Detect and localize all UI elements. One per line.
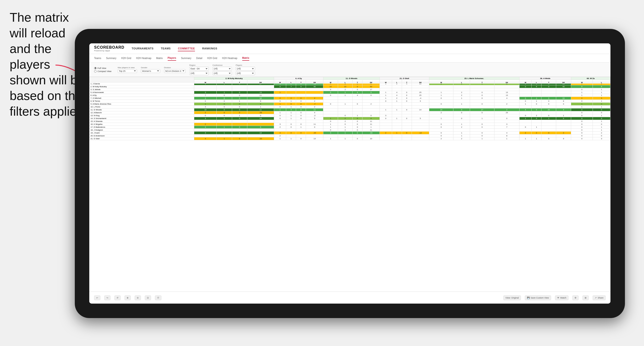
table-row: 11. G Woods 100011 14011 11014 140172 40… [90, 108, 610, 111]
player-nomrowski: 5. A Nomrowski [90, 91, 194, 94]
full-view-label[interactable]: Full View [94, 67, 112, 69]
region-select2[interactable]: (All) [190, 71, 209, 75]
subnav-matrix[interactable]: Matrix [156, 56, 163, 60]
nav-teams[interactable]: TEAMS [161, 46, 170, 51]
webb-w: W [520, 81, 532, 84]
view-original-button[interactable]: View: Original [503, 295, 521, 300]
save-custom-button[interactable]: 💾 Save Custom View [525, 295, 551, 300]
subnav-h2h-grid[interactable]: H2H Grid [121, 56, 131, 60]
zoom-out-icon: ⊖ [137, 297, 139, 299]
nav-committee[interactable]: COMMITTEE [178, 46, 195, 51]
woods-l: L [338, 81, 352, 84]
players-label: Players [236, 64, 255, 66]
save-icon: 💾 [527, 297, 530, 299]
stoll-dif: Dif [412, 81, 429, 84]
subnav-detail[interactable]: Detail [196, 56, 202, 60]
schumac-t: T [470, 81, 494, 84]
watch-label: Watch [560, 297, 566, 299]
division-label: Division [164, 66, 186, 69]
tablet-screen: SCOREBOARD Powered by clippd TOURNAMENTS… [89, 43, 610, 304]
region-label: Region [190, 64, 209, 66]
player-andersson: 20. E Andersson [90, 135, 194, 137]
share-button[interactable]: ↗ Share [592, 295, 606, 300]
reset-icon: ↺ [116, 297, 118, 299]
player-ballesteros: 17. D Ballesteros [90, 126, 194, 129]
woods-dif: Dif [362, 81, 380, 84]
player-klug: 13. N Klug [90, 114, 194, 117]
fit-button[interactable]: ⊡ [145, 295, 151, 300]
table-row: 20. E Andersson 2 0108 00 [90, 135, 610, 137]
webb-l: L [532, 81, 542, 84]
stoll-w: W [380, 81, 392, 84]
timer-button[interactable]: ⏱ [155, 295, 162, 300]
redo-button[interactable]: ↪ [104, 295, 110, 300]
view-original-label: View: Original [506, 297, 519, 299]
full-view-radio[interactable] [94, 67, 96, 69]
table-row: 8. M Torres 0018 0102 0103 0108 01 [90, 100, 610, 103]
table-row: 9. A Maria Jimenez Rios 1006 100-7 0102 … [90, 103, 610, 106]
za-l: L [592, 81, 610, 84]
timer-icon: ⏱ [157, 297, 159, 299]
gender-select[interactable]: Women's [141, 69, 160, 73]
gender-filter: Gender Women's [141, 66, 160, 73]
undo-icon: ↩ [96, 297, 98, 299]
table-row: 12. A Bianchi 200-58 1104 20025 00 [90, 111, 610, 114]
compact-view-radio[interactable] [94, 70, 96, 73]
col-21-stoll: 21. O Stoll [380, 77, 429, 80]
zoom-in-button[interactable]: ⊕ [124, 295, 131, 300]
nav-rankings[interactable]: RANKINGS [202, 46, 218, 51]
subnav-teams[interactable]: Teams [94, 56, 101, 60]
schumac-w: W [429, 81, 454, 84]
stoll-l: L [392, 81, 402, 84]
region-select[interactable]: East - DII [190, 67, 209, 71]
zoom-out-button[interactable]: ⊖ [135, 295, 141, 300]
subnav-matrix2[interactable]: Matrix [242, 56, 249, 61]
subnav-summary[interactable]: Summary [106, 56, 116, 60]
compact-view-label[interactable]: Compact View [94, 70, 112, 73]
bottom-toolbar: ↩ ↪ ↺ ⊕ ⊖ ⊡ ⏱ View: Original [89, 292, 610, 304]
expand-button[interactable]: ⊞ [582, 295, 589, 300]
logo-sub: Powered by clippd [94, 50, 124, 52]
nav-tournaments[interactable]: TOURNAMENTS [132, 46, 154, 51]
webb-t: T [542, 81, 556, 84]
max-players-select[interactable]: Top 25 [118, 69, 137, 73]
subnav-h2h-grid2[interactable]: H2H Grid [207, 56, 218, 60]
region-filter: Region East - DII (All) [190, 64, 209, 75]
schumac-dif: Dif [494, 81, 519, 84]
woods-w: W [323, 81, 338, 84]
table-row: 16. K Mcgaha 2 30011 10011 0103 00 [90, 123, 610, 126]
watch-icon: 👁 [557, 297, 559, 299]
col-60-za: 60. W Za [571, 77, 610, 80]
players-select[interactable]: (All) [236, 67, 255, 71]
table-row: 5. A Nomrowski 310-11 1 0140 14025 12013… [90, 91, 610, 94]
player-woods: 11. G Woods [90, 108, 194, 111]
undo-button[interactable]: ↩ [94, 295, 100, 300]
fit-icon: ⊡ [147, 297, 149, 299]
nav-items: TOURNAMENTS TEAMS COMMITTEE RANKINGS [132, 46, 218, 51]
table-row: 18. J Hodgson 02011 01 [90, 129, 610, 132]
subnav-players[interactable]: Players [168, 56, 176, 61]
subnav-h2h-heatmap[interactable]: H2H Heatmap [136, 56, 151, 60]
table-row: 7. O Mitchell 30018 2202 120-4 0104 0402… [90, 97, 610, 100]
matrix-scroll[interactable]: 2. M Kelly Mulcahy 6. A Dy 11. G Woods 2… [89, 77, 610, 295]
player-dy: 6. A Dy [90, 94, 194, 97]
player-kanh: 19. J Kanh [90, 132, 194, 135]
view-options: Full View Compact View [94, 67, 112, 73]
player-jelinek: 3. S Jelinek [90, 88, 194, 91]
reset-button[interactable]: ↺ [114, 295, 121, 300]
division-select[interactable]: NCAA Division II [164, 69, 186, 73]
subnav-h2h-heatmap2[interactable]: H2H Heatmap [222, 56, 237, 60]
conference-select[interactable]: (All) [212, 67, 232, 71]
settings-button[interactable]: ⚙ [572, 295, 578, 300]
table-row: 3. S Jelinek 02017 01 [90, 88, 610, 91]
subnav-summary2[interactable]: Summary [181, 56, 191, 60]
share-icon: ↗ [595, 297, 597, 299]
players-select2[interactable]: (All) [236, 71, 255, 75]
logo-title: SCOREBOARD [94, 45, 124, 50]
stoll-t: T [402, 81, 412, 84]
mulcahy-t: T [232, 81, 247, 84]
expand-icon: ⊞ [585, 297, 586, 299]
conference-select2[interactable]: (All) [212, 71, 232, 75]
watch-button[interactable]: 👁 Watch [555, 295, 568, 300]
player-jimenez: 9. A Maria Jimenez Rios [90, 103, 194, 106]
